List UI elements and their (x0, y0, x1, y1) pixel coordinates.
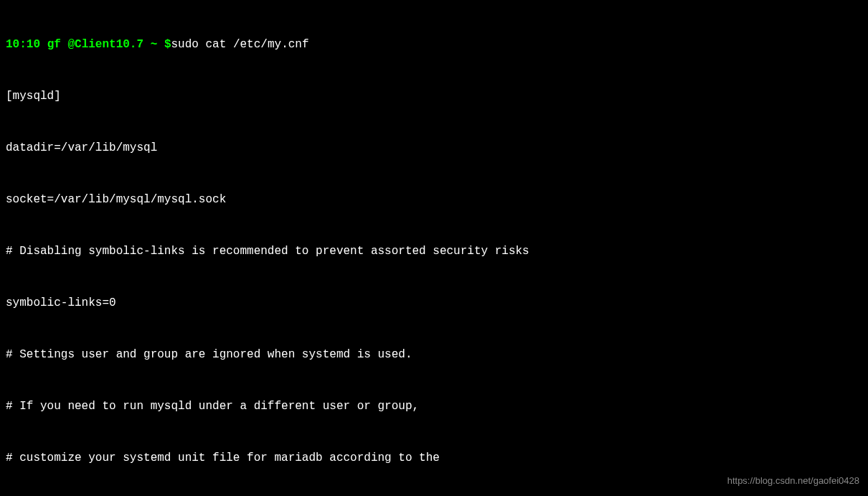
watermark-text: https://blog.csdn.net/gaofei0428 (727, 474, 859, 488)
output-line: [mysqld] (6, 88, 862, 105)
prompt-path: ~ (151, 38, 158, 51)
output-line: # If you need to run mysqld under a diff… (6, 398, 862, 415)
output-line: # Disabling symbolic-links is recommende… (6, 243, 862, 260)
output-line: # customize your systemd unit file for m… (6, 449, 862, 467)
command-text: sudo cat /etc/my.cnf (171, 38, 309, 51)
prompt-user: gf (47, 38, 61, 51)
prompt-time: 10:10 (6, 38, 40, 51)
prompt-dollar: $ (164, 38, 171, 51)
output-line: # Settings user and group are ignored wh… (6, 346, 862, 363)
prompt-line-1: 10:10 gf @Client10.7 ~ $sudo cat /etc/my… (6, 36, 862, 53)
output-line: symbolic-links=0 (6, 294, 862, 312)
prompt-host: @Client10.7 (67, 38, 143, 51)
output-line: socket=/var/lib/mysql/mysql.sock (6, 191, 862, 208)
terminal-window[interactable]: 10:10 gf @Client10.7 ~ $sudo cat /etc/my… (6, 1, 862, 496)
output-line: datadir=/var/lib/mysql (6, 139, 862, 156)
